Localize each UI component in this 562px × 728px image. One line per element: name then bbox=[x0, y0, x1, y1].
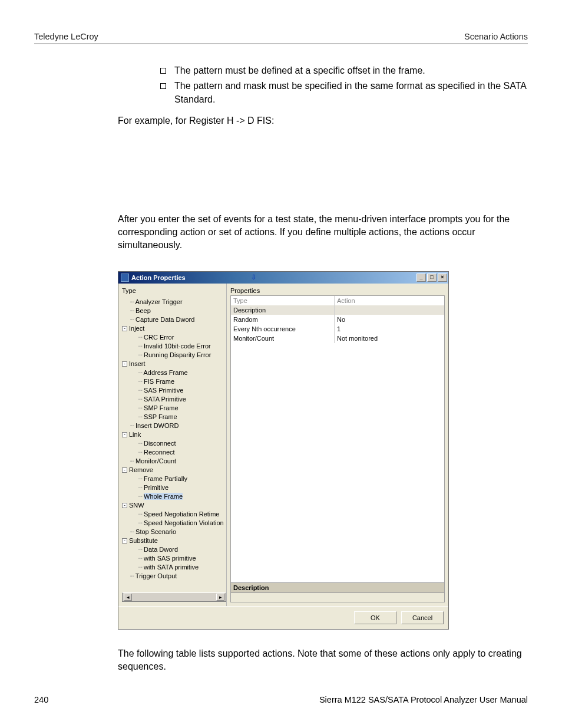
tree-item[interactable]: Speed Negotiation Retime bbox=[144, 510, 219, 518]
app-icon bbox=[121, 274, 129, 282]
tree-group-substitute[interactable]: Substitute bbox=[129, 537, 158, 544]
tree-item[interactable]: SAS Primitive bbox=[144, 387, 183, 394]
dialog-title: Action Properties bbox=[131, 274, 186, 281]
tree-item[interactable]: Running Disparity Error bbox=[144, 351, 211, 358]
manual-title: Sierra M122 SAS/SATA Protocol Analyzer U… bbox=[319, 695, 528, 704]
tree-group-inject[interactable]: Inject bbox=[129, 325, 144, 332]
scroll-left-icon[interactable]: ◂ bbox=[124, 594, 132, 601]
tree-item[interactable]: Capture Data Dword bbox=[135, 316, 194, 323]
tree-item[interactable]: CRC Error bbox=[144, 334, 174, 341]
properties-table: Type Action Description Random No bbox=[230, 295, 445, 583]
tree-item[interactable]: Data Dword bbox=[144, 546, 178, 553]
tree-item[interactable]: Reconnect bbox=[144, 449, 175, 456]
maximize-button[interactable]: □ bbox=[427, 274, 437, 282]
tree-group-remove[interactable]: Remove bbox=[129, 466, 153, 473]
close-button[interactable]: × bbox=[438, 274, 447, 282]
prop-value[interactable]: No bbox=[335, 315, 444, 324]
prop-key[interactable]: Random bbox=[231, 315, 335, 324]
header-right: Scenario Actions bbox=[464, 32, 528, 41]
action-properties-dialog: Action Properties ⇩ _ □ × Type ┈ Analyze… bbox=[118, 271, 449, 630]
minimize-button[interactable]: _ bbox=[416, 274, 426, 282]
paragraph-following: The following table lists supported acti… bbox=[118, 647, 528, 674]
bullet-list: The pattern must be defined at a specifi… bbox=[160, 64, 528, 106]
prop-value[interactable]: 1 bbox=[335, 324, 444, 334]
tree-item[interactable]: with SAS primitive bbox=[144, 555, 196, 562]
type-tree[interactable]: ┈ Analyzer Trigger ┈ Beep ┈ Capture Data… bbox=[122, 298, 226, 581]
tree-item[interactable]: SMP Frame bbox=[144, 404, 178, 411]
header-left: Teledyne LeCroy bbox=[34, 32, 98, 41]
header-rule bbox=[34, 44, 528, 44]
checkbox-bullet-icon bbox=[160, 83, 166, 89]
checkbox-bullet-icon bbox=[160, 68, 166, 74]
tree-item[interactable]: Trigger Output bbox=[135, 572, 177, 579]
scroll-right-icon[interactable]: ▸ bbox=[216, 594, 224, 601]
horizontal-scrollbar[interactable]: ◂ ▸ bbox=[122, 592, 226, 602]
bullet-text: The pattern and mask must be specified i… bbox=[174, 80, 528, 106]
type-label: Type bbox=[122, 287, 226, 294]
tree-item[interactable]: Monitor/Count bbox=[135, 457, 176, 465]
dropdown-arrow-icon[interactable]: ⇩ bbox=[250, 274, 257, 282]
tree-item[interactable]: FIS Frame bbox=[144, 378, 174, 385]
tree-item[interactable]: Analyzer Trigger bbox=[135, 298, 182, 305]
description-header: Description bbox=[230, 583, 445, 593]
prop-value[interactable]: Not monitored bbox=[335, 334, 444, 343]
page-number: 240 bbox=[34, 695, 48, 704]
tree-item[interactable]: Primitive bbox=[144, 484, 168, 491]
tree-item[interactable]: Disconnect bbox=[144, 440, 176, 447]
tree-group-insert[interactable]: Insert bbox=[129, 360, 146, 367]
tree-item[interactable]: Frame Partially bbox=[144, 475, 187, 482]
tree-item[interactable]: SSP Frame bbox=[144, 413, 177, 420]
description-body bbox=[230, 593, 445, 602]
tree-item[interactable]: Invalid 10bit-code Error bbox=[144, 342, 211, 350]
tree-item[interactable]: Insert DWORD bbox=[135, 422, 178, 429]
prop-key[interactable]: Type bbox=[231, 296, 335, 305]
tree-item[interactable]: with SATA primitive bbox=[144, 564, 199, 571]
tree-item-selected[interactable]: Whole Frame bbox=[144, 493, 183, 500]
tree-collapse-icon[interactable]: - bbox=[122, 538, 127, 543]
tree-item[interactable]: Address Frame bbox=[143, 369, 187, 376]
tree-item[interactable]: Stop Scenario bbox=[135, 528, 176, 535]
tree-item[interactable]: SATA Primitive bbox=[144, 396, 186, 403]
tree-item[interactable]: Beep bbox=[135, 307, 151, 314]
prop-key[interactable]: Description bbox=[231, 305, 335, 315]
tree-collapse-icon[interactable]: - bbox=[122, 432, 127, 437]
bullet-text: The pattern must be defined at a specifi… bbox=[174, 64, 425, 77]
prop-key[interactable]: Every Nth occurrence bbox=[231, 324, 335, 334]
prop-key[interactable]: Monitor/Count bbox=[231, 334, 335, 343]
tree-item[interactable]: Speed Negotiation Violation bbox=[144, 519, 224, 526]
tree-group-link[interactable]: Link bbox=[129, 431, 141, 438]
tree-group-snw[interactable]: SNW bbox=[129, 502, 144, 509]
tree-collapse-icon[interactable]: - bbox=[122, 326, 127, 331]
ok-button[interactable]: OK bbox=[354, 611, 396, 624]
paragraph-after: After you enter the set of events for a … bbox=[118, 213, 528, 252]
paragraph-example: For example, for Register H -> D FIS: bbox=[118, 114, 528, 127]
tree-collapse-icon[interactable]: - bbox=[122, 503, 127, 508]
tree-collapse-icon[interactable]: - bbox=[122, 361, 127, 367]
prop-value[interactable] bbox=[335, 305, 444, 315]
properties-label: Properties bbox=[230, 287, 445, 294]
titlebar[interactable]: Action Properties ⇩ _ □ × bbox=[118, 272, 448, 284]
cancel-button[interactable]: Cancel bbox=[401, 611, 444, 624]
tree-collapse-icon[interactable]: - bbox=[122, 467, 127, 473]
prop-value[interactable]: Action bbox=[335, 296, 444, 305]
